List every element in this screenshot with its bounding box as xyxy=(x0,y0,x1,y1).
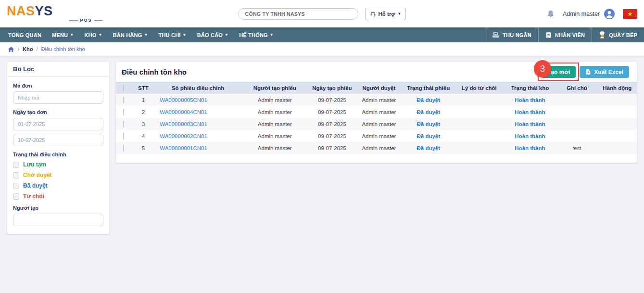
avatar xyxy=(604,8,615,20)
cell-action xyxy=(598,118,637,130)
vietnam-flag-icon[interactable]: ★ xyxy=(623,9,637,19)
company-name-pill[interactable]: CÔNG TY TNHH NASYS xyxy=(238,8,358,20)
user-menu[interactable]: Admin master xyxy=(563,8,615,20)
row-checkbox[interactable] xyxy=(123,121,124,127)
cell-code[interactable]: WA00000004CN01 xyxy=(155,106,241,118)
checkbox[interactable] xyxy=(13,172,19,178)
date-to-input[interactable] xyxy=(13,134,103,146)
table-header: STT Số phiếu điều chỉnh Người tạo phiếu … xyxy=(116,82,637,94)
caret-down-icon: ▼ xyxy=(98,33,102,37)
row-select-cell xyxy=(116,142,131,154)
content-area: Bộ Lọc Mã đơn Ngày tạo đơn Trạng thái đi… xyxy=(0,56,644,239)
cell-creator: Admin master xyxy=(241,118,309,130)
notification-bell-icon[interactable] xyxy=(546,10,555,18)
cell-code[interactable]: WA00000002CN01 xyxy=(155,130,241,142)
cell-reject_reason xyxy=(455,106,504,118)
cell-approver: Admin master xyxy=(355,94,402,106)
status-filter-cho-duyet[interactable]: Chờ duyệt xyxy=(13,172,103,178)
table-row: 4WA00000002CN01Admin master09-07-2025Adm… xyxy=(116,130,637,142)
caret-down-icon: ▼ xyxy=(70,33,74,37)
cell-code[interactable]: WA00000005CN01 xyxy=(155,94,241,106)
breadcrumb-current-page: Điều chỉnh tồn kho xyxy=(41,46,85,52)
inventory-adjustment-panel: 3 Điều chỉnh tồn kho Tạo mới Xuất Excel xyxy=(115,61,637,163)
cell-note xyxy=(556,94,598,106)
checkbox[interactable] xyxy=(13,193,19,200)
cell-status: Đã duyệt xyxy=(403,94,455,106)
nav-item-quay-bep[interactable]: QUẦY BẾP xyxy=(592,27,644,42)
cell-stock_status: Hoàn thành xyxy=(504,106,556,118)
status-filter-da-duyet[interactable]: Đã duyệt xyxy=(13,182,103,189)
order-code-label: Mã đơn xyxy=(13,83,103,89)
nasys-logo[interactable]: NASYS POS xyxy=(7,5,165,23)
cell-reject_reason xyxy=(455,130,504,142)
cell-stock_status: Hoàn thành xyxy=(504,142,556,154)
cell-stock_status: Hoàn thành xyxy=(504,94,556,106)
row-select-cell xyxy=(116,118,131,130)
nav-item-ban-hang[interactable]: BÁN HÀNG▼ xyxy=(108,27,153,42)
cell-creator: Admin master xyxy=(241,142,309,154)
col-stock-status: Trạng thái kho xyxy=(504,82,556,94)
col-reject-reason: Lý do từ chối xyxy=(455,82,504,94)
col-approver: Người duyệt xyxy=(355,82,402,94)
status-label-tu-choi: Từ chối xyxy=(23,193,44,200)
col-creator: Người tạo phiếu xyxy=(241,82,309,94)
caret-down-icon: ▼ xyxy=(144,33,148,37)
top-header: NASYS POS CÔNG TY TNHH NASYS Hỗ trợ ▼ Ad… xyxy=(0,0,644,27)
nav-item-nhan-vien[interactable]: NHÂN VIÊN xyxy=(538,27,592,42)
nav-item-kho[interactable]: KHO▼ xyxy=(79,27,107,42)
header-right: Admin master ★ xyxy=(479,8,637,20)
status-label-cho-duyet: Chờ duyệt xyxy=(23,172,52,178)
caret-down-icon: ▼ xyxy=(225,33,228,37)
home-icon[interactable] xyxy=(8,46,14,52)
cell-reject_reason xyxy=(455,118,504,130)
filter-panel-body: Mã đơn Ngày tạo đơn Trạng thái điều chỉn… xyxy=(7,77,109,234)
cell-date: 09-07-2025 xyxy=(309,94,355,106)
cell-stt: 2 xyxy=(131,106,155,118)
row-checkbox[interactable] xyxy=(123,145,124,152)
page-title: Điều chỉnh tồn kho xyxy=(122,68,187,76)
nav-item-he-thong[interactable]: HỆ THỐNG▼ xyxy=(234,27,279,42)
user-name: Admin master xyxy=(563,11,600,17)
table-row: 2WA00000004CN01Admin master09-07-2025Adm… xyxy=(116,106,637,118)
logo-text: NASYS xyxy=(7,5,53,18)
panel-header: Điều chỉnh tồn kho Tạo mới Xuất Excel xyxy=(116,62,637,82)
table-row: 3WA00000003CN01Admin master09-07-2025Adm… xyxy=(116,118,637,130)
order-code-input[interactable] xyxy=(13,91,103,104)
checkbox[interactable] xyxy=(13,162,19,168)
row-checkbox[interactable] xyxy=(123,109,124,115)
nav-item-thu-chi[interactable]: THU CHI▼ xyxy=(153,27,192,42)
cell-stt: 5 xyxy=(131,142,155,154)
cell-creator: Admin master xyxy=(241,130,309,142)
cell-date: 09-07-2025 xyxy=(309,106,355,118)
cell-approver: Admin master xyxy=(355,142,402,154)
nav-item-menu[interactable]: MENU▼ xyxy=(47,27,79,42)
create-new-button[interactable]: Tạo mới xyxy=(542,66,576,78)
date-from-input[interactable] xyxy=(13,118,103,130)
cell-date: 09-07-2025 xyxy=(309,142,355,154)
nav-item-bao-cao[interactable]: BÁO CÁO▼ xyxy=(192,27,234,42)
support-label: Hỗ trợ xyxy=(379,11,395,17)
support-button[interactable]: Hỗ trợ ▼ xyxy=(365,8,406,20)
cell-approver: Admin master xyxy=(355,106,402,118)
cell-code[interactable]: WA00000001CN01 xyxy=(155,142,241,154)
cell-action xyxy=(598,142,637,154)
status-label-da-duyet: Đã duyệt xyxy=(23,182,48,189)
created-date-label: Ngày tạo đơn xyxy=(13,109,103,115)
export-excel-button[interactable]: Xuất Excel xyxy=(580,66,629,78)
cell-status: Đã duyệt xyxy=(403,106,455,118)
creator-input[interactable] xyxy=(13,214,103,226)
cell-stock_status: Hoàn thành xyxy=(504,130,556,142)
table-row: 5WA00000001CN01Admin master09-07-2025Adm… xyxy=(116,142,637,154)
cell-code[interactable]: WA00000003CN01 xyxy=(155,118,241,130)
checkbox[interactable] xyxy=(13,183,19,189)
status-filter-luu-tam[interactable]: Lưu tạm xyxy=(13,161,103,168)
cell-creator: Admin master xyxy=(241,94,309,106)
caret-down-icon: ▼ xyxy=(270,33,274,37)
select-all-checkbox[interactable] xyxy=(123,85,124,91)
nav-item-tong-quan[interactable]: TỔNG QUAN xyxy=(3,27,47,42)
status-filter-tu-choi[interactable]: Từ chối xyxy=(13,193,103,200)
row-checkbox[interactable] xyxy=(123,133,124,140)
nav-item-thu-ngan[interactable]: THU NGÂN xyxy=(485,27,538,42)
row-checkbox[interactable] xyxy=(123,97,124,103)
breadcrumb-kho[interactable]: Kho xyxy=(23,46,33,52)
